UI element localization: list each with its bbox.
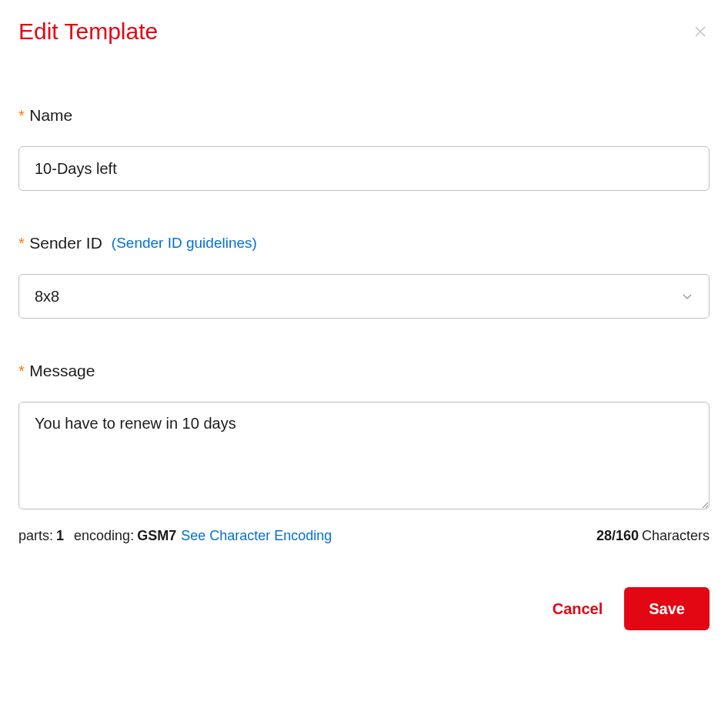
parts-label: parts:	[18, 528, 53, 544]
save-button[interactable]: Save	[624, 587, 710, 630]
sender-id-guidelines-link[interactable]: (Sender ID guidelines)	[112, 235, 257, 252]
character-count: 28/160	[596, 528, 639, 544]
cancel-button[interactable]: Cancel	[553, 600, 603, 618]
name-input[interactable]	[18, 146, 710, 191]
chevron-down-icon	[681, 290, 693, 302]
sender-id-select[interactable]: 8x8	[18, 274, 710, 319]
message-label: Message	[29, 362, 95, 379]
close-icon	[694, 24, 706, 42]
required-indicator: *	[18, 362, 25, 379]
character-label: Characters	[642, 528, 710, 544]
sender-id-label: Sender ID	[29, 234, 102, 252]
modal-title: Edit Template	[18, 18, 158, 45]
close-button[interactable]	[691, 23, 710, 42]
required-indicator: *	[18, 235, 25, 252]
required-indicator: *	[18, 107, 25, 124]
encoding-value: GSM7	[137, 528, 176, 544]
see-character-encoding-link[interactable]: See Character Encoding	[181, 528, 332, 544]
sender-id-value: 8x8	[35, 288, 681, 306]
message-textarea[interactable]: You have to renew in 10 days	[18, 402, 710, 509]
encoding-label: encoding:	[74, 528, 134, 544]
parts-value: 1	[56, 528, 64, 544]
name-label: Name	[29, 106, 72, 124]
